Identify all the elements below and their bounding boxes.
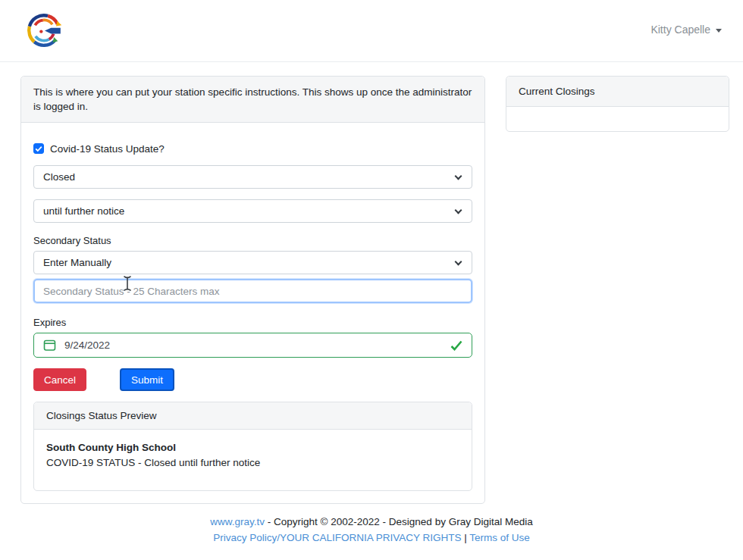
checkmark-icon (35, 145, 42, 152)
secondary-status-input[interactable] (33, 279, 472, 303)
current-closings-empty-body (506, 107, 729, 131)
caret-down-icon (716, 29, 722, 33)
chevron-down-icon (455, 207, 462, 214)
copyright-text: - Copyright © 2002-2022 - Designed by Gr… (265, 516, 533, 527)
calendar-icon (43, 339, 56, 352)
cancel-button[interactable]: Cancel (33, 368, 86, 391)
valid-check-icon (450, 340, 462, 351)
footer-legal-line: Privacy Policy/YOUR CALIFORNIA PRIVACY R… (0, 530, 743, 546)
user-menu-dropdown[interactable]: Kitty Capelle (651, 23, 722, 36)
gray-tv-logo-icon[interactable] (26, 8, 64, 51)
current-closings-header: Current Closings (506, 77, 729, 107)
footer-copyright-line: www.gray.tv - Copyright © 2002-2022 - De… (0, 514, 743, 530)
organization-name: South County High School (46, 440, 459, 455)
page: Kitty Capelle This is where you can put … (0, 0, 743, 560)
text-cursor-icon (121, 275, 133, 292)
submit-button[interactable]: Submit (120, 368, 174, 391)
status-preview-line: COVID-19 STATUS - Closed until further n… (46, 455, 459, 471)
user-name: Kitty Capelle (651, 23, 710, 36)
duration-select-value: until further notice (43, 205, 124, 217)
expires-date-input[interactable]: 9/24/2022 (33, 333, 472, 358)
terms-of-use-link[interactable]: Terms of Use (469, 532, 530, 543)
duration-select[interactable]: until further notice (33, 199, 472, 223)
covid-status-checkbox[interactable] (33, 143, 44, 154)
covid-status-row: Covid-19 Status Update? (33, 141, 472, 156)
expires-label: Expires (33, 317, 472, 328)
station-status-form: Covid-19 Status Update? Closed until fur… (21, 123, 484, 503)
secondary-status-select-value: Enter Manually (43, 257, 111, 268)
expires-date-value: 9/24/2022 (64, 339, 110, 351)
form-actions: Cancel Submit (33, 368, 472, 391)
secondary-status-select[interactable]: Enter Manually (33, 251, 472, 274)
top-navbar: Kitty Capelle (0, 0, 743, 62)
status-select-value: Closed (43, 171, 75, 183)
chevron-down-icon (455, 173, 462, 180)
privacy-policy-link[interactable]: Privacy Policy/YOUR CALIFORNIA PRIVACY R… (213, 532, 461, 543)
footer-separator: | (462, 532, 470, 543)
chevron-down-icon (455, 258, 462, 266)
status-select[interactable]: Closed (33, 165, 472, 189)
covid-status-label[interactable]: Covid-19 Status Update? (50, 143, 165, 155)
station-status-card: This is where you can put your station s… (20, 76, 485, 504)
closings-status-preview-card: Closings Status Preview South County Hig… (33, 402, 472, 491)
closings-status-preview-header: Closings Status Preview (34, 402, 472, 430)
gray-tv-link[interactable]: www.gray.tv (210, 516, 265, 527)
page-footer: www.gray.tv - Copyright © 2002-2022 - De… (0, 514, 743, 546)
closings-status-preview-body: South County High School COVID-19 STATUS… (34, 430, 472, 490)
station-instructions: This is where you can put your station s… (21, 77, 484, 123)
current-closings-card: Current Closings (506, 76, 729, 132)
secondary-status-label: Secondary Status (33, 235, 472, 246)
